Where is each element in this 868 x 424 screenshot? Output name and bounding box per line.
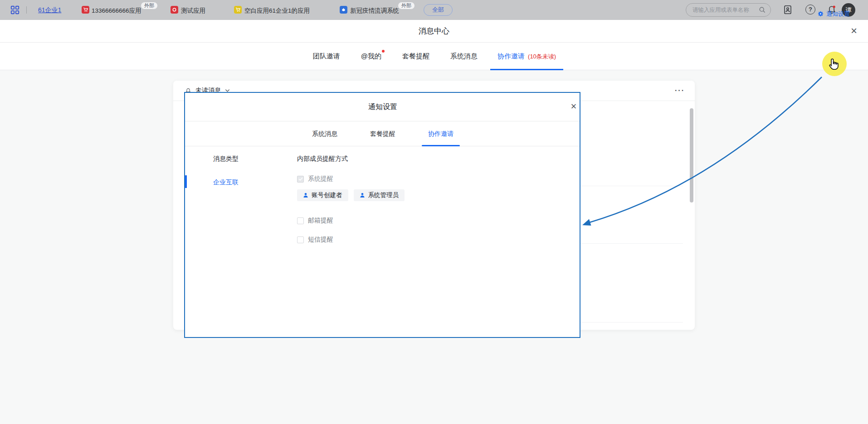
message-center-header: 消息中心 × (0, 20, 868, 43)
topbar-app-4[interactable]: 新冠疫情流调系统 (350, 7, 399, 15)
topbar-app-1[interactable]: 13366666666应用 (92, 7, 141, 15)
person-icon (360, 193, 365, 198)
page-title: 消息中心 (0, 20, 868, 43)
scrollbar-thumb[interactable] (690, 108, 693, 202)
screen: 61企业1 13366666666应用 外部 测试应用 空白应用61企业1的应用… (0, 0, 868, 424)
checkbox-unchecked (297, 217, 304, 224)
modal-tabs: 系统消息 套餐提醒 协作邀请 (185, 121, 580, 146)
org-link[interactable]: 61企业1 (38, 6, 61, 14)
option-system-remind[interactable]: 系统提醒 (297, 175, 333, 183)
modal-tab-plan-reminder[interactable]: 套餐提醒 (364, 121, 402, 146)
app-icon-cart-yellow[interactable] (234, 6, 242, 14)
chevron-down-icon (225, 89, 230, 92)
search-icon (759, 6, 766, 14)
all-apps-pill[interactable]: 全部 (424, 4, 453, 16)
app-icon-shell[interactable] (340, 6, 347, 14)
app-launcher-grid-icon[interactable] (10, 5, 20, 15)
search-placeholder: 请输入应用或表单名称 (692, 6, 759, 14)
tab-plan-reminder[interactable]: 套餐提醒 (401, 43, 430, 70)
person-icon (303, 193, 308, 198)
app-icon-cart[interactable] (82, 6, 89, 14)
help-icon[interactable]: ? (805, 5, 815, 14)
search-input[interactable]: 请输入应用或表单名称 (686, 3, 771, 17)
checkbox-unchecked (297, 236, 304, 243)
gear-icon (817, 10, 824, 17)
option-email-remind[interactable]: 邮箱提醒 (297, 217, 333, 225)
modal-title: 通知设置 (185, 93, 580, 121)
topbar: 61企业1 13366666666应用 外部 测试应用 空白应用61企业1的应用… (0, 0, 868, 20)
more-icon[interactable]: ··· (675, 87, 685, 95)
modal-header: 通知设置 × (185, 93, 580, 121)
message-tabs: 团队邀请 @我的 套餐提醒 系统消息 协作邀请 (10条未读) (0, 43, 868, 70)
tab-system-message[interactable]: 系统消息 (449, 43, 478, 70)
unread-count-badge: (10条未读) (528, 53, 556, 61)
option-sms-remind[interactable]: 短信提醒 (297, 236, 333, 244)
external-badge: 外部 (141, 2, 158, 10)
notification-settings-modal: 通知设置 × 系统消息 套餐提醒 协作邀请 消息类型 内部成员提醒方式 企业互联… (185, 93, 580, 337)
checkbox-checked-disabled (297, 176, 304, 183)
tab-at-me[interactable]: @我的 (360, 43, 382, 70)
modal-close-icon[interactable]: × (566, 99, 581, 115)
tag-account-creator[interactable]: 账号创建者 (297, 189, 348, 201)
contacts-icon[interactable] (783, 5, 794, 15)
recipient-tags: 账号创建者 系统管理员 (297, 189, 405, 201)
app-icon-ring[interactable] (171, 6, 178, 14)
nav-item-enterprise-link[interactable]: 企业互联 (213, 178, 239, 187)
message-type-header: 消息类型 (213, 155, 239, 163)
tag-system-admin[interactable]: 系统管理员 (354, 189, 405, 201)
topbar-app-3[interactable]: 空白应用61企业1的应用 (244, 7, 310, 15)
external-badge: 外部 (398, 2, 415, 10)
tab-team-invite[interactable]: 团队邀请 (312, 43, 341, 70)
unread-dot (382, 50, 385, 53)
modal-tab-collab-invite[interactable]: 协作邀请 (422, 121, 460, 146)
modal-tab-system-message[interactable]: 系统消息 (306, 121, 344, 146)
tab-collab-invite[interactable]: 协作邀请 (10条未读) (490, 43, 563, 70)
topbar-app-2[interactable]: 测试应用 (181, 7, 205, 15)
notification-settings-button[interactable]: 通知设置 (817, 0, 850, 28)
topbar-divider (26, 6, 27, 14)
active-nav-indicator (185, 175, 187, 188)
remind-method-header: 内部成员提醒方式 (297, 155, 348, 163)
